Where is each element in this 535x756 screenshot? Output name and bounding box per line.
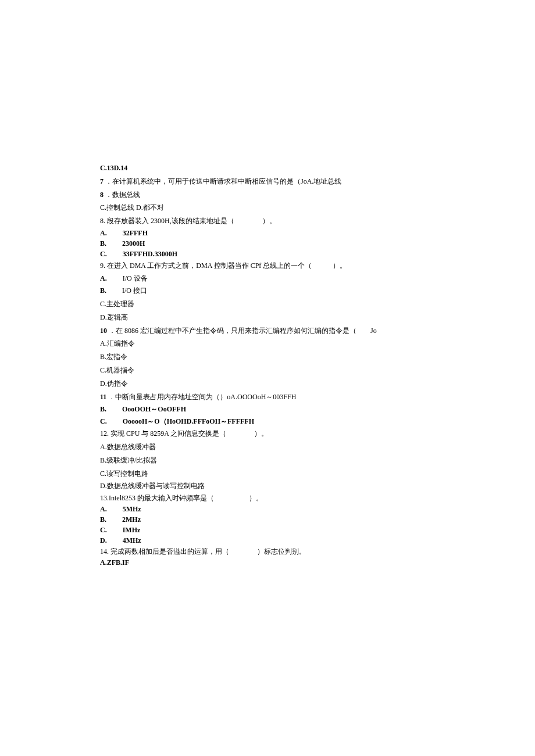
option-d: D.逻辑高	[100, 311, 435, 324]
question-9-line: 9. 在进入 DMA 工作方式之前，DMA 控制器当作 CPf 总线上的一个（ …	[100, 259, 435, 273]
question-text: ．中断向量表占用内存地址空间为（）oA.OOOOoH～003FFH	[108, 393, 296, 401]
option-text: OooooH～O（HoOHD.FFFoOH～FFFFFH	[109, 417, 254, 425]
option-d: D.伪指令	[100, 377, 435, 390]
option-c: C.机器指令	[100, 364, 435, 377]
option-label: B.	[100, 286, 106, 295]
question-number: 10	[100, 327, 107, 335]
question-text: ．在计算机系统中，可用于传送中断请求和中断相应信号的是（JoA.地址总线	[105, 177, 341, 185]
question-8-line: 8. 段存放器装入 2300H,该段的结束地址是（ ）。	[100, 214, 435, 228]
option-a: A.汇编指令	[100, 337, 435, 350]
option-label: A.	[100, 274, 107, 282]
option-text: 4MHz	[109, 536, 141, 544]
option-label: A.	[100, 229, 107, 237]
option-b: B. OooOOH～OoOFFH	[100, 403, 435, 415]
question-14-line: 14. 完成两数相加后是否溢出的运算，用（ ）标志位判别。	[100, 546, 435, 557]
option-label: D.	[100, 536, 107, 544]
option-text: OooOOH～OoOFFH	[108, 405, 186, 413]
question-number: 7	[100, 177, 104, 185]
option-line: A.ZFB.IF	[100, 557, 435, 568]
option-label: B.	[100, 405, 106, 413]
option-label: A.	[100, 505, 107, 513]
document-page: C.13D.14 7 ．在计算机系统中，可用于传送中断请求和中断相应信号的是（J…	[100, 162, 435, 568]
question-13-line: 13.Intel8253 的最大输入时钟频率是（ ）。	[100, 492, 435, 504]
option-a: A. I/O 设备	[100, 273, 435, 284]
option-label: C.	[100, 250, 107, 258]
option-text: IMHz	[109, 526, 141, 534]
option-b: B.宏指令	[100, 350, 435, 364]
option-b: B. 2MHz	[100, 514, 435, 525]
option-c: C.主处理器	[100, 298, 435, 311]
option-d: D. 4MHz	[100, 535, 435, 546]
option-text: 23000H	[108, 239, 145, 248]
option-text: I/O 设备	[109, 274, 148, 282]
option-a: A. 32FFFH	[100, 228, 435, 238]
question-10-line: 10 ．在 8086 宏汇编过程中不产生指令码，只用来指示汇编程序如何汇编的指令…	[100, 324, 435, 338]
question-12-line: 12. 实现 CPU 与 8259A 之间信息交换是（ ）。	[100, 427, 435, 440]
option-label: B.	[100, 239, 106, 248]
option-b: B. I/O 接口	[100, 284, 435, 298]
option-label: 8	[100, 191, 104, 199]
option-b: B.级联缓冲/比拟器	[100, 454, 435, 467]
option-text: 5MHz	[109, 505, 141, 513]
option-text: I/O 接口	[108, 286, 147, 295]
option-text: ．数据总线	[105, 191, 140, 199]
option-d: D.数据总线缓冲器与读写控制电路	[100, 480, 435, 492]
option-label: B.	[100, 515, 106, 524]
question-6-option-line: C.13D.14	[100, 162, 435, 175]
question-8-option-b: 8 ．数据总线	[100, 188, 435, 202]
option-a: A.数据总线缓冲器	[100, 440, 435, 454]
option-c: C. IMHz	[100, 525, 435, 535]
option-c-d: C.控制总线 D.都不对	[100, 201, 435, 214]
question-text: ．在 8086 宏汇编过程中不产生指令码，只用来指示汇编程序如何汇编的指令是（ …	[109, 327, 377, 335]
question-number: 11	[100, 393, 106, 401]
option-label: C.	[100, 526, 107, 534]
option-c: C. OooooH～O（HoOHD.FFFoOH～FFFFFH	[100, 415, 435, 427]
option-text: 2MHz	[108, 515, 141, 524]
option-c: C.读写控制电路	[100, 467, 435, 481]
option-c: C. 33FFFHD.33000H	[100, 249, 435, 259]
option-text: 32FFFH	[109, 229, 148, 237]
question-11-line: 11 ．中断向量表占用内存地址空间为（）oA.OOOOoH～003FFH	[100, 390, 435, 404]
option-b: B. 23000H	[100, 238, 435, 249]
option-label: C.	[100, 417, 107, 425]
option-text: 33FFFHD.33000H	[109, 250, 177, 258]
option-a: A. 5MHz	[100, 504, 435, 514]
question-7-line: 7 ．在计算机系统中，可用于传送中断请求和中断相应信号的是（JoA.地址总线	[100, 175, 435, 188]
